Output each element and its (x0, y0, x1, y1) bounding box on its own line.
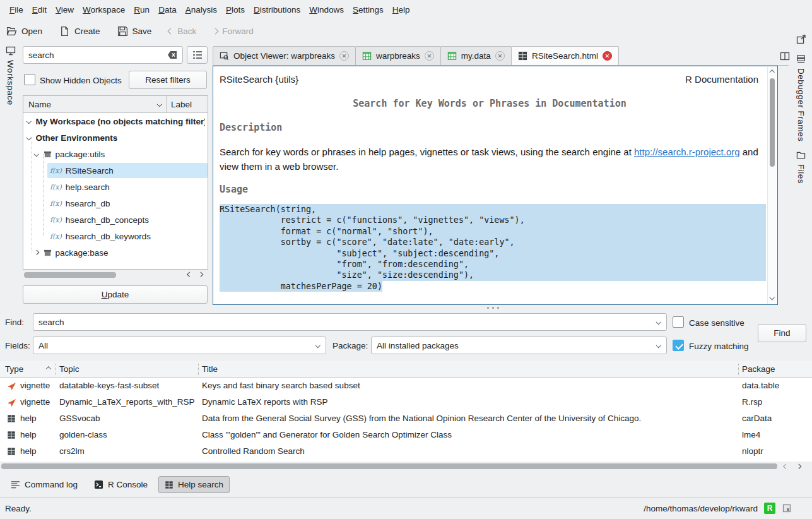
workspace-search-input[interactable] (23, 46, 183, 64)
function-icon: f(x) (50, 200, 62, 208)
bottom-toolview-bar: Command log R Console Help search (5, 476, 230, 493)
document-tabbar: Object Viewer: warpbreaks ✕ warpbreaks ✕… (213, 47, 789, 66)
debugger-frames-label: Debugger Frames (796, 68, 806, 141)
forward-button[interactable]: Forward (213, 27, 254, 36)
doc-link[interactable]: http://search.r-project.org (634, 146, 740, 157)
close-tab-icon[interactable]: ✕ (603, 51, 612, 61)
reset-filters-button[interactable]: Reset filters (129, 71, 207, 89)
menu-file[interactable]: File (5, 3, 28, 17)
scroll-right-icon[interactable] (796, 464, 801, 469)
tree-item-hsearch-db[interactable]: f(x) hsearch_db (23, 195, 208, 212)
tree-item-rsitesearch[interactable]: f(x) RSiteSearch (23, 162, 208, 179)
function-icon: f(x) (50, 167, 62, 175)
close-tab-icon[interactable]: ✕ (495, 51, 505, 61)
menu-plots[interactable]: Plots (221, 3, 249, 17)
scroll-up-icon[interactable] (770, 70, 775, 75)
column-header-name[interactable]: Name (23, 100, 166, 109)
r-console-button[interactable]: R Console (88, 477, 153, 492)
workspace-hscrollbar[interactable] (23, 270, 208, 280)
package-label: Package: (332, 341, 368, 350)
menu-workspace[interactable]: Workspace (78, 3, 129, 17)
menu-analysis[interactable]: Analysis (181, 3, 221, 17)
col-header-topic[interactable]: Topic (59, 364, 79, 374)
expander-icon[interactable] (26, 119, 32, 124)
find-combobox[interactable]: search (33, 313, 667, 331)
workspace-dock-tab[interactable]: Workspace (2, 45, 19, 105)
results-table: vignettedatatable-keys-fast-subsetKeys a… (0, 378, 812, 462)
column-separator (738, 364, 739, 375)
menu-data[interactable]: Data (154, 3, 181, 17)
find-button[interactable]: Find (758, 324, 806, 342)
menu-help[interactable]: Help (388, 3, 415, 17)
close-tab-icon[interactable]: ✕ (425, 51, 434, 61)
doc-header-left: RSiteSearch {utils} (220, 74, 298, 85)
save-button[interactable]: Save (117, 26, 152, 37)
column-header-label[interactable]: Label (166, 96, 208, 112)
col-header-title[interactable]: Title (202, 364, 218, 374)
tab-my-data[interactable]: my.data ✕ (440, 46, 512, 65)
back-button[interactable]: Back (168, 27, 196, 36)
open-label: Open (21, 27, 42, 36)
scrollbar-thumb[interactable] (770, 78, 775, 167)
expander-icon[interactable] (26, 135, 32, 140)
results-hscrollbar[interactable] (0, 462, 812, 472)
tree-item-my-workspace[interactable]: My Workspace (no objects matching filter… (23, 113, 208, 129)
fuzzy-matching-checkbox[interactable] (673, 340, 684, 351)
scrollbar-thumb[interactable] (24, 272, 116, 278)
tab-rsitesearch-html[interactable]: RSiteSearch.html ✕ (511, 46, 619, 65)
detach-view-icon[interactable] (796, 34, 806, 44)
doc-description-paragraph: Search for key words or phrases in help … (220, 145, 766, 174)
show-hidden-checkbox[interactable] (24, 74, 35, 85)
scroll-down-icon[interactable] (770, 294, 775, 299)
tree-item-package-base[interactable]: package:base (23, 244, 208, 261)
sort-dropdown-icon[interactable] (156, 102, 162, 107)
doc-vscrollbar[interactable] (767, 67, 777, 304)
scroll-left-icon[interactable] (187, 272, 192, 277)
result-row[interactable]: helpgolden-classClass '"golden"' and Gen… (0, 427, 812, 443)
column-separator (198, 364, 199, 375)
col-header-package[interactable]: Package (742, 364, 775, 374)
console-icon (94, 480, 103, 489)
scroll-left-icon[interactable] (784, 464, 789, 469)
clear-search-icon[interactable] (167, 50, 178, 60)
open-button[interactable]: Open (6, 26, 42, 37)
list-options-button[interactable] (187, 46, 208, 64)
doc-usage-code: RSiteSearch(string, restrict = c("functi… (220, 204, 766, 292)
tree-item-hsearch-db-keywords[interactable]: f(x) hsearch_db_keywords (23, 228, 208, 244)
tree-item-help-search[interactable]: f(x) help.search (23, 179, 208, 195)
tree-item-package-utils[interactable]: package:utils (23, 146, 208, 162)
result-row[interactable]: vignettedatatable-keys-fast-subsetKeys a… (0, 378, 812, 394)
debugger-frames-dock-tab[interactable]: Debugger Frames (792, 54, 809, 141)
case-sensitive-checkbox[interactable] (673, 316, 684, 328)
scrollbar-thumb[interactable] (1, 463, 777, 469)
result-row[interactable]: vignetteDynamic_LaTeX_reports_with_RSPDy… (0, 394, 812, 410)
result-row[interactable]: helpcrs2lmControlled Random Searchnloptr (0, 443, 812, 460)
command-log-button[interactable]: Command log (5, 477, 83, 492)
tab-warpbreaks[interactable]: warpbreaks ✕ (355, 46, 441, 65)
menu-edit[interactable]: Edit (28, 3, 51, 17)
tree-item-hsearch-db-concepts[interactable]: f(x) hsearch_db_concepts (23, 212, 208, 228)
menu-view[interactable]: View (51, 3, 78, 17)
col-header-type[interactable]: Type (5, 364, 23, 374)
fields-combobox[interactable]: All (33, 337, 326, 354)
tab-object-viewer-warpbreaks[interactable]: Object Viewer: warpbreaks ✕ (213, 46, 356, 65)
menu-windows[interactable]: Windows (305, 3, 348, 17)
menu-distributions[interactable]: Distributions (249, 3, 305, 17)
update-button[interactable]: Update (23, 285, 208, 304)
split-view-icon[interactable] (780, 51, 790, 61)
files-dock-tab[interactable]: Files (792, 150, 809, 184)
package-combobox[interactable]: All installed packages (371, 337, 667, 354)
help-search-button[interactable]: Help search (158, 476, 230, 493)
help-page-icon (7, 414, 16, 423)
splitter-handle[interactable] (487, 307, 499, 309)
scroll-right-icon[interactable] (198, 272, 203, 277)
menu-bar: File Edit View Workspace Run Data Analys… (0, 0, 812, 19)
expander-icon[interactable] (34, 152, 39, 157)
menu-settings[interactable]: Settings (348, 3, 388, 17)
expander-icon[interactable] (34, 250, 39, 255)
close-tab-icon[interactable]: ✕ (339, 51, 349, 61)
result-row[interactable]: helpGSSvocabData from the General Social… (0, 410, 812, 427)
tree-item-other-environments[interactable]: Other Environments (23, 129, 208, 146)
menu-run[interactable]: Run (129, 3, 154, 17)
create-button[interactable]: Create (59, 26, 100, 37)
